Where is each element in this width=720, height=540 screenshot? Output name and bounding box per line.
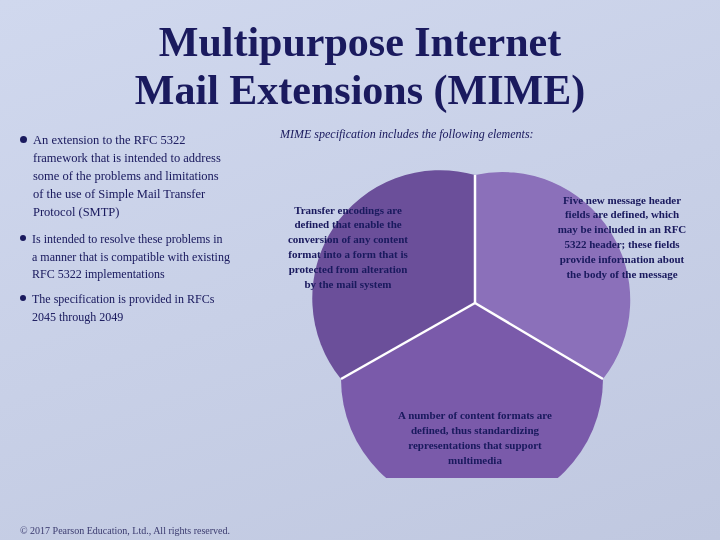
sub-bullet-2: The specification is provided in RFCs 20… bbox=[20, 291, 230, 326]
title-line1: Multipurpose Internet bbox=[159, 19, 562, 65]
main-bullet: An extension to the RFC 5322 framework t… bbox=[20, 131, 230, 222]
title-line2: Mail Extensions (MIME) bbox=[135, 67, 585, 113]
sub-bullets: Is intended to resolve these problems in… bbox=[20, 231, 230, 326]
footer-text: © 2017 Pearson Education, Ltd., All righ… bbox=[20, 525, 230, 536]
footer: © 2017 Pearson Education, Ltd., All righ… bbox=[20, 525, 230, 536]
title-area: Multipurpose Internet Mail Extensions (M… bbox=[0, 0, 720, 127]
pie-text-right: Five new message header fields are defin… bbox=[557, 193, 687, 282]
pie-bottom-text-content: A number of content formats are defined,… bbox=[398, 409, 552, 466]
content-area: An extension to the RFC 5322 framework t… bbox=[0, 127, 720, 517]
mime-spec-label: MIME specification includes the followin… bbox=[250, 127, 534, 142]
pie-chart-container: Transfer encodings are defined that enab… bbox=[255, 148, 695, 478]
main-bullet-text: An extension to the RFC 5322 framework t… bbox=[33, 131, 230, 222]
left-column: An extension to the RFC 5322 framework t… bbox=[20, 127, 240, 517]
pie-right-text-content: Five new message header fields are defin… bbox=[558, 194, 687, 280]
sub-bullet-dot-1 bbox=[20, 235, 26, 241]
pie-text-bottom: A number of content formats are defined,… bbox=[395, 408, 555, 467]
sub-bullet-dot-2 bbox=[20, 295, 26, 301]
right-column: MIME specification includes the followin… bbox=[250, 127, 700, 517]
sub-bullet-text-2: The specification is provided in RFCs 20… bbox=[32, 291, 230, 326]
sub-bullet-1: Is intended to resolve these problems in… bbox=[20, 231, 230, 283]
page: Multipurpose Internet Mail Extensions (M… bbox=[0, 0, 720, 540]
pie-left-text-content: Transfer encodings are defined that enab… bbox=[288, 204, 408, 290]
bullet-dot bbox=[20, 136, 27, 143]
main-title: Multipurpose Internet Mail Extensions (M… bbox=[40, 18, 680, 115]
pie-text-left: Transfer encodings are defined that enab… bbox=[283, 203, 413, 292]
sub-bullet-text-1: Is intended to resolve these problems in… bbox=[32, 231, 230, 283]
